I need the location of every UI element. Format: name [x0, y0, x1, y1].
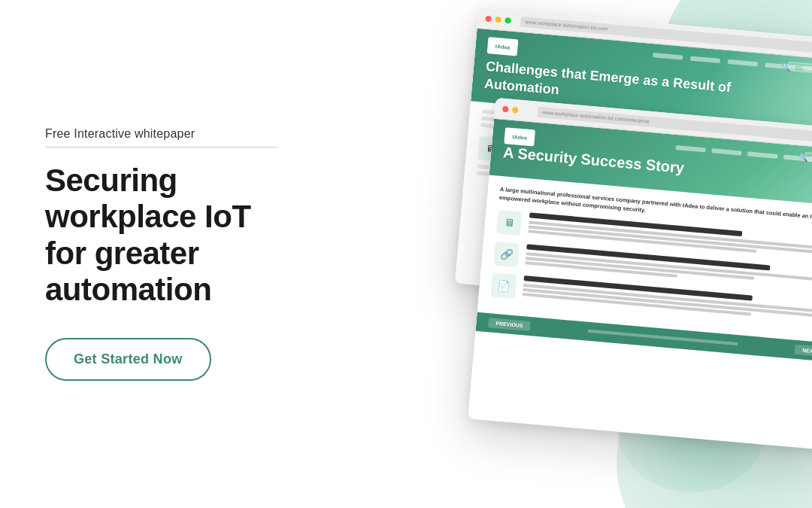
- feature-icon-3: 📄: [491, 272, 517, 299]
- page-container: Free Interactive whitepaper Securing wor…: [0, 0, 812, 508]
- browser-dot-red: [485, 15, 492, 22]
- main-title: Securing workplace IoT for greater autom…: [45, 163, 278, 308]
- front-nav-products: [675, 145, 705, 152]
- front-browser-content: tAdea CONTACT US 🔍 A Security Success St…: [468, 119, 812, 450]
- front-dot-yellow: [512, 106, 519, 113]
- front-dot-red: [502, 105, 509, 112]
- right-content-area: www.workplace-automation-iot.com tAdea C…: [316, 0, 812, 508]
- front-dot-green: [522, 107, 529, 114]
- nav-products: [653, 53, 683, 59]
- get-started-button[interactable]: Get Started Now: [45, 338, 211, 381]
- browser-dot-green: [504, 17, 511, 23]
- next-button[interactable]: NEXT: [795, 344, 812, 356]
- front-nav-partners: [747, 151, 777, 158]
- subtitle-text: Free Interactive whitepaper: [45, 127, 278, 141]
- subtitle-divider: [45, 147, 278, 148]
- front-nav-markets: [711, 148, 741, 155]
- front-browser-mockup: www.workplace-automation-iot.com/enterpr…: [468, 98, 812, 450]
- feature-icon-1: 🖥: [496, 209, 523, 236]
- left-content-area: Free Interactive whitepaper Securing wor…: [0, 82, 316, 426]
- front-browser-logo: tAdea: [504, 127, 535, 146]
- browser-dot-yellow: [495, 16, 501, 23]
- feature-icon-2: 🔗: [493, 241, 520, 267]
- back-browser-logo: tAdea: [487, 37, 519, 56]
- front-search-icon: 🔍: [798, 153, 808, 162]
- prev-button[interactable]: PREVIOUS: [488, 318, 531, 331]
